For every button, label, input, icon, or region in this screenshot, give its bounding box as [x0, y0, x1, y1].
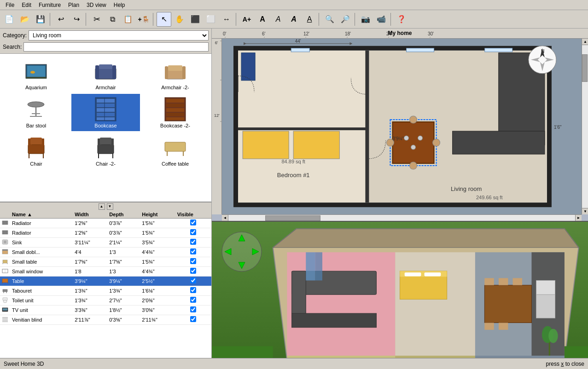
video-button[interactable]: 📹	[374, 12, 389, 27]
svg-rect-6	[112, 65, 116, 79]
furniture-item-chair2[interactable]: Chair -2-	[71, 132, 140, 169]
row-icon-toilet	[0, 295, 10, 305]
svg-rect-5	[95, 65, 99, 79]
table-row[interactable]: Sink 3'11¼" 2'1¼" 3'5¾"	[0, 237, 211, 247]
font-d-button[interactable]: A	[302, 12, 317, 27]
grid-scroll-up[interactable]: ▲	[99, 203, 105, 210]
pan-button[interactable]: ✋	[172, 12, 187, 27]
help-button[interactable]: ❓	[394, 12, 409, 27]
table-row[interactable]: Radiator 1'2⅝" 0'3⅞" 1'5¾"	[0, 228, 211, 237]
vscrollbar-2d[interactable]: ▲ ▼	[582, 39, 588, 214]
table-row[interactable]: Radiator 1'2⅝" 0'3⅞" 1'5¾"	[0, 218, 211, 228]
font-c-button[interactable]: A	[286, 12, 301, 27]
furniture-item-aquarium[interactable]: Aquarium	[2, 56, 70, 93]
table-row[interactable]: Small window 1'8 1'3 4'4¾"	[0, 266, 211, 276]
menu-3dview[interactable]: 3D view	[83, 1, 110, 9]
row-visible[interactable]	[175, 257, 211, 266]
paste-button[interactable]: 📋	[121, 12, 135, 27]
svg-rect-2	[26, 77, 47, 79]
nav-arrows-panel	[221, 231, 262, 272]
svg-rect-26	[166, 108, 184, 112]
furniture-item-chair[interactable]: Chair	[2, 132, 70, 169]
row-visible[interactable]	[175, 266, 211, 276]
svg-point-12	[28, 102, 44, 107]
furniture-item-bookcase[interactable]: Bookcase	[71, 94, 140, 131]
furniture-item-bookcase2[interactable]: Bookcase -2-	[141, 94, 210, 131]
table-row[interactable]: Toilet unit 1'3¾" 2'7½" 2'0⅜"	[0, 295, 211, 305]
undo-button[interactable]: ↩	[53, 12, 68, 27]
category-select[interactable]: Living room Bedroom Kitchen Bathroom Off…	[29, 30, 209, 40]
dimension-button[interactable]: ↔	[219, 12, 234, 27]
svg-rect-126	[241, 53, 255, 81]
svg-point-112	[418, 136, 423, 140]
furniture-item-coffeetable[interactable]: Coffee table	[141, 132, 210, 169]
col-width[interactable]: Width	[73, 211, 107, 219]
open-button[interactable]: 📂	[17, 12, 32, 27]
table-row[interactable]: TV unit 3'3⅜" 1'8½" 3'0⅝"	[0, 305, 211, 315]
row-visible[interactable]	[175, 237, 211, 247]
new-button[interactable]: 📄	[2, 12, 17, 27]
search-input[interactable]	[23, 42, 209, 52]
zoom-out-button[interactable]: 🔎	[338, 12, 353, 27]
grid-scroll-down[interactable]: ▼	[107, 203, 113, 210]
row-visible[interactable]	[175, 247, 211, 257]
table-row[interactable]: Tabouret 1'3¾" 1'3¾" 1'6⅛"	[0, 286, 211, 295]
plan-area[interactable]: Bedroom #1 84.89 sq ft	[222, 39, 582, 214]
furniture-item-armchair2[interactable]: Armchair -2-	[141, 56, 210, 93]
row-visible[interactable]	[175, 305, 211, 315]
font-b-button[interactable]: A	[271, 12, 285, 27]
vscroll-up[interactable]: ▲	[582, 39, 588, 45]
svg-rect-99	[243, 131, 289, 159]
row-depth: 3'9¼"	[107, 276, 140, 286]
nav-up-button[interactable]	[221, 231, 262, 272]
row-height: 4'4¾"	[140, 247, 175, 257]
font-a-button[interactable]: A	[255, 12, 270, 27]
furniture-item-armchair[interactable]: Armchair	[71, 56, 140, 93]
menu-plan[interactable]: Plan	[64, 1, 83, 9]
row-depth: 1'8½"	[107, 305, 140, 315]
redo-button[interactable]: ↪	[69, 12, 84, 27]
separator-6	[355, 13, 356, 26]
text-style-button[interactable]: A+	[239, 12, 254, 27]
svg-rect-9	[165, 66, 168, 79]
menu-file[interactable]: File	[2, 1, 18, 9]
row-icon-sink	[0, 237, 10, 247]
row-visible[interactable]	[175, 228, 211, 237]
hscroll-left[interactable]: ◄	[222, 215, 228, 221]
menu-furniture[interactable]: Furniture	[35, 1, 64, 9]
svg-rect-56	[3, 260, 7, 263]
row-visible[interactable]	[175, 218, 211, 228]
add-furniture-button[interactable]: +🪑	[136, 12, 151, 27]
table-row[interactable]: Venitian blind 2'11⅞" 0'3⅝" 2'11¾"	[0, 315, 211, 324]
svg-rect-61	[2, 279, 8, 283]
table-row[interactable]: Small table 1'7⅝" 1'7⅝" 1'5¾"	[0, 257, 211, 266]
row-visible[interactable]	[175, 286, 211, 295]
zoom-in-button[interactable]: 🔍	[322, 12, 337, 27]
row-visible[interactable]	[175, 295, 211, 305]
save-button[interactable]: 💾	[33, 12, 48, 27]
vscroll-thumb[interactable]	[582, 54, 588, 82]
row-visible[interactable]	[175, 276, 211, 286]
col-name[interactable]: Name ▲	[10, 211, 73, 219]
col-visible[interactable]: Visible	[175, 211, 211, 219]
row-visible[interactable]	[175, 315, 211, 324]
hscroll-thumb[interactable]	[265, 215, 320, 221]
furniture-item-barstool[interactable]: Bar stool	[2, 94, 70, 131]
hscroll-right[interactable]: ►	[575, 215, 582, 221]
create-wall-button[interactable]: ⬛	[188, 12, 203, 27]
vscroll-down[interactable]: ▼	[582, 208, 588, 214]
col-height[interactable]: Height	[140, 211, 175, 219]
camera-button[interactable]: 📷	[358, 12, 373, 27]
select-button[interactable]: ↖	[157, 12, 171, 27]
row-depth: 2'1¼"	[107, 237, 140, 247]
hscrollbar-2d[interactable]: ◄ ►	[222, 214, 582, 221]
bookcase-thumb	[92, 97, 120, 122]
create-room-button[interactable]: ⬜	[204, 12, 218, 27]
menu-help[interactable]: Help	[110, 1, 129, 9]
copy-button[interactable]: ⧉	[105, 12, 120, 27]
cut-button[interactable]: ✂	[89, 12, 104, 27]
col-depth[interactable]: Depth	[107, 211, 140, 219]
menu-edit[interactable]: Edit	[18, 1, 35, 9]
table-row-table[interactable]: Table 3'9¼" 3'9¼" 2'5½"	[0, 276, 211, 286]
table-row[interactable]: Small dobl... 4'4 1'3 4'4¾"	[0, 247, 211, 257]
